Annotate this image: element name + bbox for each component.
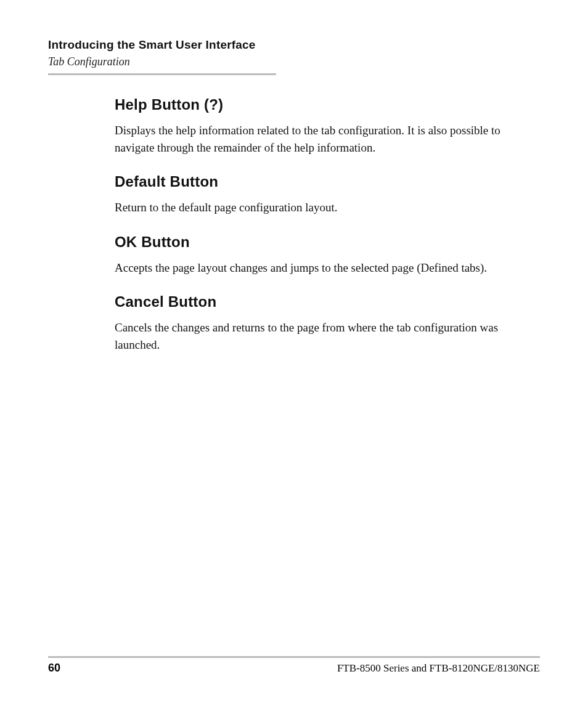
section-heading-cancel-button: Cancel Button — [115, 293, 517, 310]
page-footer: 60 FTB-8500 Series and FTB-8120NGE/8130N… — [48, 656, 540, 675]
chapter-title: Introducing the Smart User Interface — [48, 38, 540, 52]
footer-row: 60 FTB-8500 Series and FTB-8120NGE/8130N… — [48, 662, 540, 675]
section-heading-help-button: Help Button (?) — [115, 96, 517, 113]
page-number: 60 — [48, 662, 60, 675]
section-body-ok-button: Accepts the page layout changes and jump… — [115, 259, 517, 277]
section-heading-default-button: Default Button — [115, 173, 517, 190]
section-body-cancel-button: Cancels the changes and returns to the p… — [115, 319, 517, 353]
footer-doc-title: FTB-8500 Series and FTB-8120NGE/8130NGE — [337, 662, 540, 675]
section-body-help-button: Displays the help information related to… — [115, 122, 517, 156]
section-body-default-button: Return to the default page configuration… — [115, 199, 517, 216]
page-header: Introducing the Smart User Interface Tab… — [48, 38, 540, 75]
document-page: Introducing the Smart User Interface Tab… — [0, 0, 588, 714]
subsection-title: Tab Configuration — [48, 55, 540, 68]
header-divider — [48, 73, 276, 75]
footer-divider — [48, 656, 540, 658]
section-heading-ok-button: OK Button — [115, 233, 517, 251]
page-content: Help Button (?) Displays the help inform… — [48, 80, 540, 353]
